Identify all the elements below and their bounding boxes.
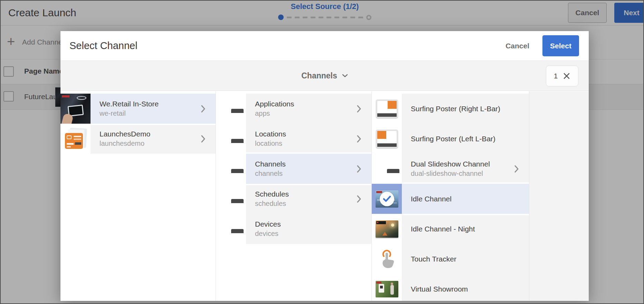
chevron-right-icon[interactable] [514,165,519,173]
selected-check-icon [380,192,394,206]
item-text: Channelschannels [246,154,371,184]
item-title: Idle Channel [411,195,510,203]
item-thumbnail-cell [216,94,246,124]
browser-item-channels[interactable]: Channelschannels [216,154,371,184]
item-text: Touch Tracker [402,244,529,274]
item-thumbnail-cell [372,244,402,274]
item-title: Locations [255,130,352,138]
item-text: Surfing Poster (Right L-Bar) [402,94,529,124]
item-thumbnail-cell [372,274,402,301]
dialog-title: Select Channel [69,31,138,60]
item-title: Idle Channel - Night [411,225,510,233]
item-title: Channels [255,160,352,168]
item-text: Idle Channel - Night [402,214,529,244]
chevron-down-icon [342,74,348,77]
photo-store-thumbnail [60,94,91,124]
item-subtitle: launchesdemo [100,140,196,148]
browser-item-idle-channel[interactable]: Idle Channel [372,184,529,214]
item-thumbnail-cell [372,184,402,214]
item-thumbnail-cell [216,214,246,244]
browser-item-schedules[interactable]: Schedulesschedules [216,184,371,214]
chevron-right-icon[interactable] [357,165,361,173]
item-thumbnail-cell [372,154,402,184]
browser-item-devices[interactable]: Devicesdevices [216,214,371,244]
item-title: Surfing Poster (Left L-Bar) [411,135,510,143]
item-thumbnail-cell [372,124,402,154]
item-thumbnail-cell [216,124,246,154]
browser-item-surfing-poster-right-l-bar[interactable]: Surfing Poster (Right L-Bar) [372,94,529,124]
item-text: Applicationsapps [246,94,371,124]
item-text: LaunchesDemolaunchesdemo [91,124,216,154]
chevron-right-icon[interactable] [357,195,361,203]
item-title: Devices [255,220,352,228]
item-subtitle: dual-slideshow-channel [411,170,510,178]
item-text: Locationslocations [246,124,371,154]
select-channel-dialog: Select Channel Cancel Select Channels 1 … [60,31,589,301]
column-browser: We.Retail In-Storewe-retailLaunchesDemol… [60,91,589,301]
item-subtitle: we-retail [100,110,196,117]
chevron-right-icon[interactable] [357,105,361,113]
browser-column-sites: We.Retail In-Storewe-retailLaunchesDemol… [60,91,216,301]
item-subtitle: locations [255,140,352,148]
item-title: Schedules [255,190,352,198]
icon-site-thumbnail [65,128,86,150]
browser-item-applications[interactable]: Applicationsapps [216,94,371,124]
browser-column-folders: ApplicationsappsLocationslocationsChanne… [216,91,372,301]
item-thumbnail-cell [216,184,246,214]
item-text: We.Retail In-Storewe-retail [91,94,216,124]
browser-item-launchesdemo[interactable]: LaunchesDemolaunchesdemo [60,124,216,154]
browser-column-channels: Surfing Poster (Right L-Bar)Surfing Post… [372,91,529,301]
item-text: Surfing Poster (Left L-Bar) [402,124,529,154]
item-subtitle: devices [255,230,352,238]
item-title: Applications [255,100,352,108]
icon-touch-thumbnail [377,248,397,270]
browser-item-idle-channel-night[interactable]: Idle Channel - Night [372,214,529,244]
item-subtitle: channels [255,170,352,178]
item-thumbnail-cell [216,154,246,184]
screen-left-thumbnail [376,130,398,148]
item-subtitle: apps [255,110,352,117]
item-text: Schedulesschedules [246,184,371,214]
item-thumbnail-cell [372,94,402,124]
selection-count-badge: 1 [546,66,578,86]
item-thumbnail-cell [372,214,402,244]
browser-column-empty [529,91,589,301]
dialog-header: Select Channel Cancel Select [60,31,589,60]
item-subtitle: schedules [255,200,352,208]
photo-night-thumbnail [376,220,398,238]
clear-selection-icon[interactable] [563,72,570,80]
item-thumbnail-cell [60,124,91,154]
item-text: Virtual Showroom [402,274,529,301]
selection-count: 1 [554,72,558,80]
create-launch-window: Create Launch Select Source (1/2) Cancel… [0,0,644,304]
item-text: Dual Slideshow Channeldual-slideshow-cha… [402,154,529,184]
browser-item-we-retail-in-store[interactable]: We.Retail In-Storewe-retail [60,94,216,124]
item-text: Idle Channel [402,184,529,214]
item-title: Surfing Poster (Right L-Bar) [411,105,510,113]
chevron-right-icon[interactable] [357,135,361,143]
dialog-cancel-button[interactable]: Cancel [505,31,529,60]
photo-showroom-thumbnail [376,281,398,297]
dialog-select-button[interactable]: Select [542,35,579,56]
item-text: Devicesdevices [246,214,371,244]
item-title: Touch Tracker [411,255,510,263]
dialog-toolbar: Channels 1 [60,60,589,91]
browser-item-locations[interactable]: Locationslocations [216,124,371,154]
browser-item-touch-tracker[interactable]: Touch Tracker [372,244,529,274]
browser-item-dual-slideshow-channel[interactable]: Dual Slideshow Channeldual-slideshow-cha… [372,154,529,184]
screen-right-thumbnail [376,99,398,118]
item-title: Virtual Showroom [411,285,510,293]
browser-item-surfing-poster-left-l-bar[interactable]: Surfing Poster (Left L-Bar) [372,124,529,154]
item-title: Dual Slideshow Channel [411,160,510,168]
content-type-dropdown[interactable]: Channels [60,61,589,91]
chevron-right-icon[interactable] [201,105,205,113]
item-title: LaunchesDemo [100,130,196,138]
item-thumbnail-cell [60,94,91,124]
item-title: We.Retail In-Store [100,100,196,108]
browser-item-virtual-showroom[interactable]: Virtual Showroom [372,274,529,301]
chevron-right-icon[interactable] [201,135,205,143]
dropdown-label: Channels [301,71,337,80]
